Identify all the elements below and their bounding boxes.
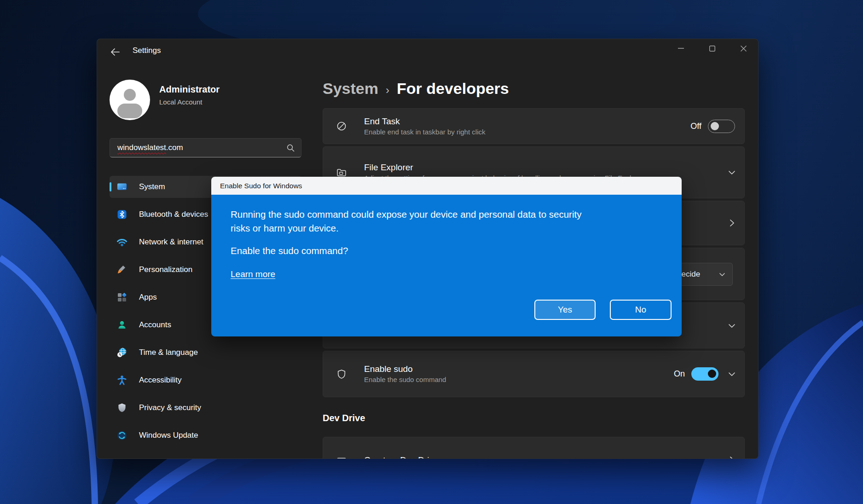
learn-more-link[interactable]: Learn more xyxy=(231,269,275,279)
network-icon xyxy=(116,237,127,248)
back-button[interactable] xyxy=(108,46,122,58)
no-button[interactable]: No xyxy=(610,300,672,320)
privacy-security-icon xyxy=(116,402,127,413)
page-title: For developers xyxy=(397,80,509,98)
sidebar-item-accessibility[interactable]: Accessibility xyxy=(110,369,301,391)
windows-update-icon xyxy=(116,430,127,441)
dialog-title: Enable Sudo for Windows xyxy=(220,182,302,190)
row-title: Create a Dev Drive xyxy=(364,454,718,459)
toggle-knob xyxy=(708,370,716,378)
sidebar-item-label: System xyxy=(139,182,165,191)
sidebar-item-label: Bluetooth & devices xyxy=(139,210,208,219)
sidebar-item-time-language[interactable]: Time & language xyxy=(110,342,301,364)
avatar[interactable] xyxy=(110,80,150,120)
end-task-toggle[interactable] xyxy=(708,120,735,133)
sidebar-item-windows-update[interactable]: Windows Update xyxy=(110,424,301,446)
toggle-state-label: Off xyxy=(690,122,701,131)
chevron-right-icon[interactable] xyxy=(729,220,735,226)
breadcrumb-parent[interactable]: System xyxy=(323,80,378,98)
personalization-icon xyxy=(116,264,127,275)
row-description: Enable the sudo command xyxy=(364,375,674,385)
bluetooth-icon xyxy=(116,209,127,220)
chevron-down-icon[interactable] xyxy=(729,371,735,377)
row-enable-sudo: Enable sudo Enable the sudo command On xyxy=(323,351,745,397)
sidebar-item-label: Windows Update xyxy=(139,431,198,440)
enable-sudo-dialog: Enable Sudo for Windows Running the sudo… xyxy=(211,177,682,336)
toggle-state-label: On xyxy=(674,369,685,379)
sidebar-item-label: Time & language xyxy=(139,348,198,357)
sidebar-item-label: Network & internet xyxy=(139,238,203,247)
chevron-right-icon[interactable] xyxy=(729,457,735,459)
avatar-body xyxy=(117,104,142,118)
search-text: windowslatest xyxy=(117,143,166,152)
chevron-down-icon[interactable] xyxy=(729,323,735,329)
enable-sudo-toggle[interactable] xyxy=(691,367,718,381)
accessibility-icon xyxy=(116,375,127,386)
sidebar-item-privacy-security[interactable]: Privacy & security xyxy=(110,397,301,419)
chevron-down-icon[interactable] xyxy=(729,169,735,176)
end-task-icon xyxy=(336,121,347,132)
time-language-icon xyxy=(116,347,127,358)
dialog-question: Enable the sudo command? xyxy=(231,245,663,256)
dialog-message: Running the sudo command could expose yo… xyxy=(231,208,595,235)
row-title: File Explorer xyxy=(364,162,718,173)
section-header-dev-drive: Dev Drive xyxy=(323,413,365,423)
search-text-suffix: .com xyxy=(166,143,183,152)
shield-icon xyxy=(336,369,347,380)
sidebar-item-label: Accounts xyxy=(139,320,171,330)
apps-icon xyxy=(116,292,127,303)
dialog-titlebar: Enable Sudo for Windows xyxy=(211,177,682,195)
dev-drive-icon xyxy=(336,454,347,459)
row-title: End Task xyxy=(364,116,690,127)
system-icon xyxy=(116,181,127,192)
chevron-down-icon xyxy=(719,273,725,276)
accounts-icon xyxy=(116,319,127,330)
sidebar-item-label: Personalization xyxy=(139,265,192,274)
sidebar-item-label: Apps xyxy=(139,293,157,302)
breadcrumb-separator-icon: › xyxy=(386,84,389,97)
search-icon[interactable] xyxy=(287,144,295,152)
selected-indicator xyxy=(110,182,111,191)
user-account-type: Local Account xyxy=(159,98,202,106)
row-description: Enable end task in taskbar by right clic… xyxy=(364,127,690,137)
yes-button[interactable]: Yes xyxy=(534,300,596,320)
sidebar-item-label: Privacy & security xyxy=(139,403,201,412)
window-title: Settings xyxy=(133,46,161,55)
row-end-task: End Task Enable end task in taskbar by r… xyxy=(323,108,745,144)
toggle-knob xyxy=(711,122,719,130)
file-explorer-icon xyxy=(336,167,347,178)
breadcrumb: System › For developers xyxy=(323,80,509,98)
sidebar-item-label: Accessibility xyxy=(139,376,182,385)
row-title: Enable sudo xyxy=(364,363,674,375)
row-create-dev-drive[interactable]: Create a Dev Drive xyxy=(323,437,745,459)
user-name: Administrator xyxy=(159,84,220,95)
back-arrow-icon xyxy=(110,48,120,56)
avatar-head xyxy=(124,89,136,101)
search-input[interactable]: windowslatest.com xyxy=(110,138,301,157)
